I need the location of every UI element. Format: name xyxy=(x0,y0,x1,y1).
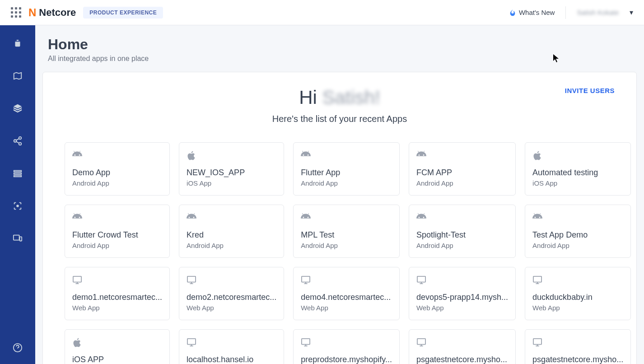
app-card[interactable]: Demo AppAndroid App xyxy=(65,142,170,196)
page-header: Home All integrated apps in one place xyxy=(42,36,637,63)
app-name: FCM APP xyxy=(416,168,508,177)
android-icon xyxy=(301,213,392,222)
user-menu[interactable]: Satish Kokate xyxy=(577,9,619,16)
sidebar-help-icon[interactable] xyxy=(12,342,23,353)
svg-rect-7 xyxy=(14,235,19,240)
svg-rect-10 xyxy=(73,276,81,282)
sidebar-share-icon[interactable] xyxy=(12,135,23,146)
whats-new-link[interactable]: What's New xyxy=(509,9,555,16)
header-left: N Netcore PRODUCT EXPERIENCE xyxy=(11,6,163,19)
app-type: iOS App xyxy=(532,179,623,187)
svg-rect-4 xyxy=(14,173,22,174)
svg-rect-14 xyxy=(533,276,541,282)
app-name: psgatestnetcore.mysho... xyxy=(532,355,623,364)
user-name: Satish Kokate xyxy=(577,9,619,16)
sidebar-list-icon[interactable] xyxy=(12,168,23,179)
apps-grid: Demo AppAndroid AppNEW_IOS_APPiOS AppFlu… xyxy=(65,142,615,364)
app-type: iOS App xyxy=(187,179,276,187)
ios-icon xyxy=(187,151,276,160)
app-type: Web App xyxy=(187,304,276,312)
app-card[interactable]: localhost.hansel.io xyxy=(179,329,284,364)
app-card[interactable]: Spotlight-TestAndroid App xyxy=(409,205,516,258)
greeting-prefix: Hi xyxy=(299,87,322,108)
app-name: psgatestnetcore.mysho... xyxy=(416,355,508,364)
app-card[interactable]: Flutter AppAndroid App xyxy=(293,142,400,196)
app-type: Android App xyxy=(532,242,623,249)
app-card[interactable]: preprodstore.myshopify... xyxy=(293,329,400,364)
main-content: Home All integrated apps in one place IN… xyxy=(35,25,644,364)
app-type: Android App xyxy=(72,179,162,187)
app-name: Demo App xyxy=(72,168,162,177)
android-icon xyxy=(187,213,276,222)
app-card[interactable]: Flutter Crowd TestAndroid App xyxy=(65,205,170,258)
app-name: Automated testing xyxy=(532,168,623,177)
product-badge: PRODUCT EXPERIENCE xyxy=(83,7,163,19)
web-icon xyxy=(187,338,276,347)
app-card[interactable]: devops5-prapp14.mysh...Web App xyxy=(409,267,516,320)
app-name: Spotlight-Test xyxy=(416,230,508,240)
page-title: Home xyxy=(48,36,637,53)
web-icon xyxy=(301,275,392,285)
fire-icon xyxy=(509,9,516,16)
invite-users-link[interactable]: INVITE USERS xyxy=(565,87,615,94)
app-type: Web App xyxy=(301,304,392,312)
chevron-down-icon[interactable]: ▾ xyxy=(630,8,633,17)
svg-rect-12 xyxy=(302,276,310,282)
svg-rect-11 xyxy=(187,276,196,282)
sidebar-map-icon[interactable] xyxy=(12,70,23,81)
ios-icon xyxy=(532,151,623,160)
svg-point-6 xyxy=(17,205,19,207)
sidebar xyxy=(0,25,35,364)
app-type: Web App xyxy=(416,304,508,312)
svg-rect-18 xyxy=(533,339,541,345)
svg-rect-3 xyxy=(14,171,22,172)
netcore-logo-icon: N xyxy=(28,6,36,19)
layout: Home All integrated apps in one place IN… xyxy=(0,25,644,364)
svg-rect-16 xyxy=(302,339,310,345)
ios-icon xyxy=(72,338,162,347)
app-type: Web App xyxy=(72,304,162,312)
app-card[interactable]: MPL TestAndroid App xyxy=(293,205,400,258)
app-card[interactable]: demo2.netcoresmartec...Web App xyxy=(179,267,284,320)
apps-launcher-icon[interactable] xyxy=(11,7,21,18)
web-icon xyxy=(416,338,508,347)
app-card[interactable]: demo1.netcoresmartec...Web App xyxy=(65,267,170,320)
android-icon xyxy=(416,213,508,222)
sidebar-android-icon[interactable] xyxy=(12,38,23,49)
greeting: Hi Satish! xyxy=(65,87,615,108)
app-name: demo4.netcoresmartec... xyxy=(301,293,392,302)
top-header: N Netcore PRODUCT EXPERIENCE What's New … xyxy=(0,0,644,25)
app-card[interactable]: NEW_IOS_APPiOS App xyxy=(179,142,284,196)
content-card: INVITE USERS Hi Satish! Here's the list … xyxy=(42,72,637,364)
brand-logo[interactable]: N Netcore xyxy=(28,6,76,19)
web-icon xyxy=(187,275,276,285)
web-icon xyxy=(301,338,392,347)
app-card[interactable]: psgatestnetcore.mysho... xyxy=(525,329,631,364)
app-card[interactable]: iOS APP xyxy=(65,329,170,364)
app-name: MPL Test xyxy=(301,230,392,240)
web-icon xyxy=(532,338,623,347)
svg-point-0 xyxy=(19,137,22,140)
app-card[interactable]: Test App DemoAndroid App xyxy=(525,205,631,258)
app-type: Android App xyxy=(416,242,508,249)
svg-rect-13 xyxy=(417,276,425,282)
app-card[interactable]: FCM APPAndroid App xyxy=(409,142,516,196)
app-card[interactable]: Automated testingiOS App xyxy=(525,142,631,196)
web-icon xyxy=(72,275,162,285)
android-icon xyxy=(532,213,623,222)
web-icon xyxy=(532,275,623,285)
greeting-subtitle: Here's the list of your recent Apps xyxy=(65,114,615,124)
app-card[interactable]: duckduckbaby.inWeb App xyxy=(525,267,631,320)
app-name: devops5-prapp14.mysh... xyxy=(416,293,508,302)
app-name: Kred xyxy=(187,230,276,240)
app-type: Android App xyxy=(301,179,392,187)
brand-name: Netcore xyxy=(39,7,76,19)
app-card[interactable]: demo4.netcoresmartec...Web App xyxy=(293,267,400,320)
app-type: Android App xyxy=(187,242,276,249)
sidebar-focus-icon[interactable] xyxy=(12,201,23,211)
sidebar-device-icon[interactable] xyxy=(12,233,23,244)
app-card[interactable]: psgatestnetcore.mysho... xyxy=(409,329,516,364)
svg-rect-5 xyxy=(14,176,22,177)
app-card[interactable]: KredAndroid App xyxy=(179,205,284,258)
sidebar-layers-icon[interactable] xyxy=(12,103,23,114)
